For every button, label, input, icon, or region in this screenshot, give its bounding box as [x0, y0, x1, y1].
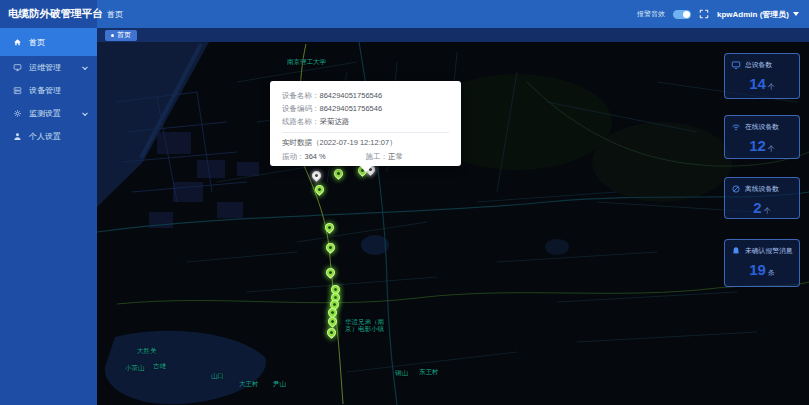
- map-place-label: 铜山: [395, 369, 408, 378]
- caret-down-icon: [793, 12, 799, 16]
- stat-card-offline-devices[interactable]: 离线设备数 2个: [724, 177, 800, 219]
- map-place-label: 古雄: [153, 362, 166, 371]
- map-place-label: 尹山: [273, 380, 286, 389]
- stat-value: 2: [753, 199, 761, 216]
- stat-unit: 个: [764, 207, 771, 214]
- vibration-metric: 振动：364 %: [282, 152, 366, 162]
- home-icon: [13, 38, 22, 47]
- stat-card-unconfirmed-alarms[interactable]: 未确认报警消息 19条: [724, 239, 800, 287]
- stat-value: 14: [749, 75, 766, 92]
- sidebar-item-home[interactable]: 首页: [0, 28, 97, 56]
- popup-row: 线路名称：采菊达路: [282, 115, 449, 128]
- sidebar-item-ops[interactable]: 运维管理: [0, 56, 97, 79]
- sidebar-item-label: 运维管理: [29, 62, 61, 73]
- construction-metric: 施工：正常: [366, 152, 450, 162]
- stat-unit: 个: [768, 145, 775, 152]
- popup-row: 设备编码：864294051756546: [282, 102, 449, 115]
- user-menu[interactable]: kpwAdmin (管理员): [717, 9, 799, 20]
- ops-icon: [13, 63, 22, 72]
- user-name: kpwAdmin (管理员): [717, 9, 789, 20]
- map-place-label: 华运兄弟（南京）电影小镇: [345, 318, 395, 332]
- app-window: 电缆防外破管理平台 首页 运维管理 设备管理 监测设置 个人设置 首页 报警音效: [0, 0, 809, 405]
- stat-unit: 条: [768, 269, 775, 276]
- stat-title: 在线设备数: [745, 122, 779, 132]
- alarm-sound-toggle[interactable]: [673, 10, 691, 19]
- alarm-bell-icon: [731, 246, 741, 256]
- total-devices-icon: [731, 60, 741, 70]
- gear-icon: [13, 109, 22, 118]
- active-dot-icon: [111, 34, 114, 37]
- stat-value: 19: [749, 261, 766, 278]
- top-header: 首页 报警音效 kpwAdmin (管理员): [97, 0, 809, 28]
- popup-row: 设备名称：864294051756546: [282, 89, 449, 102]
- sidebar-item-label: 监测设置: [29, 108, 61, 119]
- breadcrumb: 首页: [107, 9, 123, 20]
- sidebar: 电缆防外破管理平台 首页 运维管理 设备管理 监测设置 个人设置: [0, 0, 97, 405]
- stat-title: 离线设备数: [745, 184, 779, 194]
- stat-title: 总设备数: [745, 60, 772, 70]
- popup-divider: [282, 132, 449, 133]
- header-controls: 报警音效 kpwAdmin (管理员): [637, 9, 799, 20]
- tab-label: 首页: [117, 30, 131, 40]
- tab-home[interactable]: 首页: [105, 30, 137, 41]
- stat-card-total-devices[interactable]: 总设备数 14个: [724, 53, 800, 99]
- sidebar-item-label: 个人设置: [29, 131, 61, 142]
- device-info-popup: 设备名称：864294051756546 设备编码：86429405175654…: [270, 81, 461, 166]
- sidebar-item-personal-settings[interactable]: 个人设置: [0, 125, 97, 148]
- map-place-label: 山口: [211, 372, 224, 381]
- map-place-label: 大胜关: [137, 347, 157, 356]
- alarm-sound-label: 报警音效: [637, 9, 665, 19]
- realtime-row: 实时数据（2022-07-19 12:12:07）: [282, 137, 449, 149]
- offline-devices-icon: [731, 184, 741, 194]
- popup-metrics: 振动：364 % 施工：正常: [282, 152, 449, 162]
- sidebar-item-monitor-settings[interactable]: 监测设置: [0, 102, 97, 125]
- fullscreen-icon[interactable]: [699, 9, 709, 19]
- tag-bar: 首页: [97, 28, 809, 42]
- stat-title: 未确认报警消息: [745, 246, 793, 256]
- stat-value: 12: [749, 137, 766, 154]
- map-place-label: 小茶山: [125, 364, 145, 373]
- map-place-label: 东王村: [419, 368, 439, 377]
- app-title: 电缆防外破管理平台: [0, 0, 97, 28]
- chevron-down-icon: [82, 64, 88, 70]
- chevron-down-icon: [82, 110, 88, 116]
- sidebar-item-label: 设备管理: [29, 85, 61, 96]
- stat-unit: 个: [768, 83, 775, 90]
- map[interactable]: 南京理工大学大胜关小茶山古雄山口大王村尹山铜山东王村华运兄弟（南京）电影小镇 设…: [97, 42, 809, 405]
- online-devices-icon: [731, 122, 741, 132]
- sidebar-item-devices[interactable]: 设备管理: [0, 79, 97, 102]
- map-place-label: 南京理工大学: [287, 58, 326, 67]
- stat-card-online-devices[interactable]: 在线设备数 12个: [724, 115, 800, 159]
- map-place-label: 大王村: [239, 380, 259, 389]
- device-icon: [13, 86, 22, 95]
- sidebar-item-label: 首页: [29, 37, 45, 48]
- user-icon: [13, 132, 22, 141]
